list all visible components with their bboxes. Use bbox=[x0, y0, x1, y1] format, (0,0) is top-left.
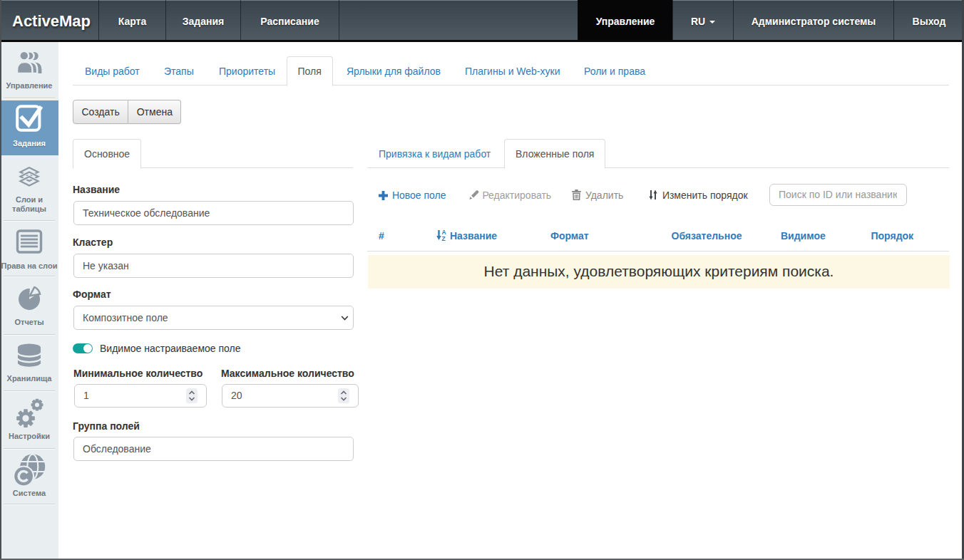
svg-text:Z: Z bbox=[442, 235, 446, 241]
